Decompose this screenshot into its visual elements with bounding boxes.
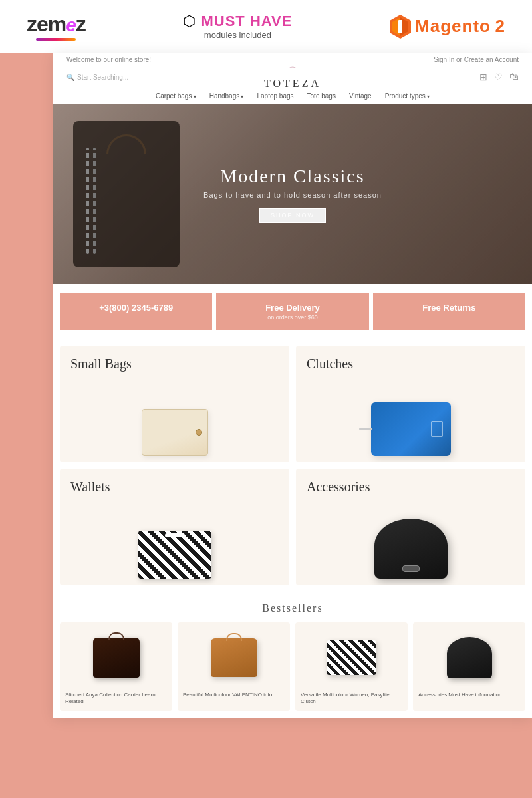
feature-delivery-title: Free Delivery [221, 303, 363, 313]
cart-icon[interactable]: 🛍 [509, 72, 519, 83]
feature-delivery-sub: on orders over $60 [221, 314, 363, 321]
menu-item-handbags[interactable]: Handbags [209, 92, 244, 100]
must-have-badge: ⬡ MUST HAVE modules included [183, 13, 292, 40]
category-grid: Small Bags Clutches Wallets Accessories [53, 339, 532, 592]
store-logo: ⌒ TOTEZA [264, 66, 321, 90]
category-accessories-image [307, 500, 515, 585]
menu-item-tote-bags[interactable]: Tote bags [307, 92, 336, 100]
menu-item-vintage[interactable]: Vintage [349, 92, 372, 100]
feature-bars: +3(800) 2345-6789 Free Delivery on order… [53, 284, 532, 339]
brown-bag-illustration [211, 638, 257, 677]
clutch-illustration [371, 402, 451, 456]
bestseller-info-4: Accessories Must Have information [418, 692, 520, 698]
zemez-text: z [27, 12, 37, 36]
magento-logo: Magento 2 [390, 15, 505, 39]
bestseller-item-3[interactable]: Versatile Multicolour Women, Easylife Cl… [295, 622, 408, 711]
bestseller-img-1 [65, 628, 167, 688]
header-icons: ⊞ ♡ 🛍 [479, 72, 519, 83]
category-accessories[interactable]: Accessories [296, 469, 525, 585]
bestseller-img-2 [183, 628, 285, 688]
studs-bag-illustration [447, 637, 492, 678]
compare-icon[interactable]: ⊞ [479, 72, 487, 83]
category-clutches-label: Clutches [307, 356, 515, 372]
must-have-title: MUST HAVE [201, 13, 292, 30]
bestseller-info-2: Beautiful Multicolour VALENTINO info [183, 692, 285, 698]
search-icon: 🔍 [66, 74, 74, 81]
category-small-bags-image [70, 377, 279, 462]
bestsellers-section: Bestsellers Stitched Anya Collection Car… [53, 592, 532, 718]
category-clutches[interactable]: Clutches [296, 346, 525, 462]
hero-subtitle: Bags to have and to hold season after se… [203, 191, 382, 199]
bestseller-name-3: Versatile Multicolour Women, Easylife Cl… [301, 692, 402, 706]
feature-returns: Free Returns [373, 293, 525, 330]
category-accessories-label: Accessories [307, 479, 515, 495]
category-wallets-image [70, 500, 279, 585]
bestseller-name-4: Accessories Must Have information [418, 692, 520, 698]
store-logo-text: TOTEZA [264, 78, 321, 89]
search-area[interactable]: 🔍 Start Searching... [66, 74, 128, 81]
store-topbar: Welcome to our online store! Sign In or … [53, 53, 532, 66]
magento-text: Magento 2 [415, 16, 505, 37]
hero-banner: Modern Classics Bags to have and to hold… [53, 104, 532, 284]
bestsellers-title: Bestsellers [60, 602, 525, 614]
bestsellers-grid: Stitched Anya Collection Carrier Learn R… [60, 622, 525, 711]
feature-phone-number: +3(800) 2345-6789 [65, 303, 207, 313]
wishlist-icon[interactable]: ♡ [494, 72, 503, 83]
auth-links[interactable]: Sign In or Create an Account [434, 56, 519, 63]
menu-item-product-types[interactable]: Product types [385, 92, 430, 100]
bestseller-name-1: Stitched Anya Collection Carrier Learn R… [65, 692, 167, 706]
category-wallets[interactable]: Wallets [60, 469, 289, 585]
store-container: Welcome to our online store! Sign In or … [53, 53, 532, 718]
bestseller-info-1: Stitched Anya Collection Carrier Learn R… [65, 692, 167, 706]
category-small-bags-label: Small Bags [70, 356, 279, 372]
zemez-underline [36, 38, 76, 41]
feature-returns-title: Free Returns [378, 303, 520, 313]
bestseller-img-3 [301, 628, 402, 688]
magento-icon [390, 15, 411, 39]
category-clutches-image [307, 377, 515, 462]
zemez-logo: zemez [27, 12, 86, 41]
welcome-message: Welcome to our online store! [66, 56, 151, 63]
hero-content: Modern Classics Bags to have and to hold… [203, 166, 382, 223]
dark-bag-illustration [93, 638, 140, 678]
category-small-bags[interactable]: Small Bags [60, 346, 289, 462]
bestseller-item-4[interactable]: Accessories Must Have information [413, 622, 525, 711]
accessories-illustration [374, 519, 448, 579]
feature-delivery: Free Delivery on orders over $60 [216, 293, 368, 330]
category-wallets-label: Wallets [70, 479, 279, 495]
bestseller-info-3: Versatile Multicolour Women, Easylife Cl… [301, 692, 402, 706]
hero-title: Modern Classics [203, 166, 382, 187]
top-banner: zemez ⬡ MUST HAVE modules included Magen… [0, 0, 532, 53]
must-have-subtitle: modules included [204, 30, 271, 40]
bestseller-img-4 [418, 628, 520, 688]
search-placeholder[interactable]: Start Searching... [77, 74, 128, 81]
menu-item-carpet-bags[interactable]: Carpet bags [156, 92, 196, 100]
feature-phone: +3(800) 2345-6789 [60, 293, 212, 330]
menu-item-laptop-bags[interactable]: Laptop bags [257, 92, 293, 100]
bestseller-item-2[interactable]: Beautiful Multicolour VALENTINO info [178, 622, 290, 711]
hero-bag-decoration [73, 121, 180, 267]
bestseller-name-2: Beautiful Multicolour VALENTINO info [183, 692, 285, 698]
shop-now-button[interactable]: SHOP NOW [259, 208, 326, 223]
store-menu: Carpet bags Handbags Laptop bags Tote ba… [53, 88, 532, 104]
store-logo-icon: ⌒ [264, 66, 321, 78]
bestseller-item-1[interactable]: Stitched Anya Collection Carrier Learn R… [60, 622, 172, 711]
store-navbar: 🔍 Start Searching... ⌒ TOTEZA ⊞ ♡ 🛍 [53, 66, 532, 88]
svg-rect-3 [398, 20, 402, 33]
pattern-bag-illustration [327, 640, 376, 675]
must-have-icon: ⬡ [183, 13, 196, 30]
small-bag-illustration [142, 409, 208, 456]
wallet-illustration [138, 531, 211, 579]
